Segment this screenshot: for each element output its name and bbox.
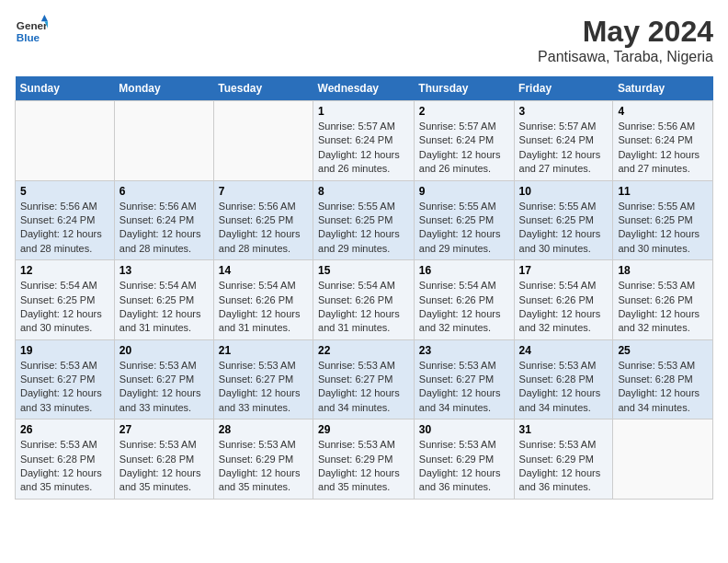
day-header-wednesday: Wednesday bbox=[313, 76, 415, 101]
cell-info: Sunrise: 5:56 AMSunset: 6:24 PMDaylight:… bbox=[119, 201, 201, 254]
header: General Blue May 2024 Pantisawa, Taraba,… bbox=[15, 15, 713, 65]
calendar-cell: 16Sunrise: 5:54 AMSunset: 6:26 PMDayligh… bbox=[414, 260, 514, 340]
day-number: 22 bbox=[318, 344, 409, 357]
cell-info: Sunrise: 5:54 AMSunset: 6:26 PMDaylight:… bbox=[318, 280, 400, 333]
calendar-week-row: 26Sunrise: 5:53 AMSunset: 6:28 PMDayligh… bbox=[16, 419, 713, 500]
calendar-cell: 26Sunrise: 5:53 AMSunset: 6:28 PMDayligh… bbox=[16, 419, 115, 500]
day-number: 24 bbox=[519, 344, 609, 357]
page-subtitle: Pantisawa, Taraba, Nigeria bbox=[538, 49, 713, 65]
cell-info: Sunrise: 5:55 AMSunset: 6:25 PMDaylight:… bbox=[618, 201, 700, 254]
cell-info: Sunrise: 5:53 AMSunset: 6:29 PMDaylight:… bbox=[318, 439, 400, 492]
cell-info: Sunrise: 5:54 AMSunset: 6:26 PMDaylight:… bbox=[519, 280, 601, 333]
day-number: 26 bbox=[20, 423, 109, 436]
cell-info: Sunrise: 5:56 AMSunset: 6:24 PMDaylight:… bbox=[618, 121, 700, 174]
day-header-sunday: Sunday bbox=[16, 76, 115, 101]
day-number: 18 bbox=[618, 264, 708, 277]
day-number: 15 bbox=[318, 264, 409, 277]
svg-marker-2 bbox=[41, 15, 48, 21]
cell-info: Sunrise: 5:53 AMSunset: 6:27 PMDaylight:… bbox=[219, 360, 301, 413]
day-header-friday: Friday bbox=[514, 76, 613, 101]
cell-info: Sunrise: 5:53 AMSunset: 6:26 PMDaylight:… bbox=[618, 280, 700, 333]
calendar-cell: 20Sunrise: 5:53 AMSunset: 6:27 PMDayligh… bbox=[114, 339, 213, 419]
calendar-week-row: 1Sunrise: 5:57 AMSunset: 6:24 PMDaylight… bbox=[16, 101, 713, 181]
calendar-cell: 24Sunrise: 5:53 AMSunset: 6:28 PMDayligh… bbox=[514, 339, 613, 419]
cell-info: Sunrise: 5:55 AMSunset: 6:25 PMDaylight:… bbox=[519, 201, 601, 254]
calendar-cell: 15Sunrise: 5:54 AMSunset: 6:26 PMDayligh… bbox=[313, 260, 415, 340]
cell-info: Sunrise: 5:53 AMSunset: 6:27 PMDaylight:… bbox=[419, 360, 501, 413]
day-number: 3 bbox=[519, 105, 609, 118]
day-header-saturday: Saturday bbox=[613, 76, 713, 101]
calendar-cell: 14Sunrise: 5:54 AMSunset: 6:26 PMDayligh… bbox=[213, 260, 313, 340]
calendar-cell: 17Sunrise: 5:54 AMSunset: 6:26 PMDayligh… bbox=[514, 260, 613, 340]
calendar-cell: 25Sunrise: 5:53 AMSunset: 6:28 PMDayligh… bbox=[613, 339, 713, 419]
cell-info: Sunrise: 5:57 AMSunset: 6:24 PMDaylight:… bbox=[519, 121, 601, 174]
calendar-cell: 7Sunrise: 5:56 AMSunset: 6:25 PMDaylight… bbox=[213, 180, 313, 260]
cell-info: Sunrise: 5:53 AMSunset: 6:29 PMDaylight:… bbox=[419, 439, 501, 492]
calendar-cell: 19Sunrise: 5:53 AMSunset: 6:27 PMDayligh… bbox=[16, 339, 115, 419]
cell-info: Sunrise: 5:53 AMSunset: 6:28 PMDaylight:… bbox=[519, 360, 601, 413]
calendar-cell bbox=[213, 101, 313, 181]
cell-info: Sunrise: 5:53 AMSunset: 6:27 PMDaylight:… bbox=[318, 360, 400, 413]
day-number: 11 bbox=[618, 185, 708, 198]
day-number: 16 bbox=[419, 264, 509, 277]
cell-info: Sunrise: 5:54 AMSunset: 6:26 PMDaylight:… bbox=[419, 280, 501, 333]
cell-info: Sunrise: 5:53 AMSunset: 6:28 PMDaylight:… bbox=[20, 439, 102, 492]
calendar-cell: 4Sunrise: 5:56 AMSunset: 6:24 PMDaylight… bbox=[613, 101, 713, 181]
cell-info: Sunrise: 5:56 AMSunset: 6:25 PMDaylight:… bbox=[219, 201, 301, 254]
calendar-cell: 2Sunrise: 5:57 AMSunset: 6:24 PMDaylight… bbox=[414, 101, 514, 181]
day-number: 29 bbox=[318, 423, 409, 436]
cell-info: Sunrise: 5:55 AMSunset: 6:25 PMDaylight:… bbox=[318, 201, 400, 254]
cell-info: Sunrise: 5:55 AMSunset: 6:25 PMDaylight:… bbox=[419, 201, 501, 254]
logo: General Blue bbox=[15, 15, 48, 48]
day-number: 25 bbox=[618, 344, 708, 357]
cell-info: Sunrise: 5:54 AMSunset: 6:25 PMDaylight:… bbox=[20, 280, 102, 333]
title-area: May 2024 Pantisawa, Taraba, Nigeria bbox=[538, 15, 713, 65]
calendar-cell: 31Sunrise: 5:53 AMSunset: 6:29 PMDayligh… bbox=[514, 419, 613, 500]
day-number: 28 bbox=[219, 423, 308, 436]
day-number: 30 bbox=[419, 423, 509, 436]
calendar-cell: 22Sunrise: 5:53 AMSunset: 6:27 PMDayligh… bbox=[313, 339, 415, 419]
calendar-cell: 12Sunrise: 5:54 AMSunset: 6:25 PMDayligh… bbox=[16, 260, 115, 340]
svg-text:Blue: Blue bbox=[17, 31, 40, 43]
calendar-cell: 18Sunrise: 5:53 AMSunset: 6:26 PMDayligh… bbox=[613, 260, 713, 340]
calendar-cell: 13Sunrise: 5:54 AMSunset: 6:25 PMDayligh… bbox=[114, 260, 213, 340]
day-number: 8 bbox=[318, 185, 409, 198]
calendar-cell: 23Sunrise: 5:53 AMSunset: 6:27 PMDayligh… bbox=[414, 339, 514, 419]
calendar-cell bbox=[114, 101, 213, 181]
day-number: 19 bbox=[20, 344, 109, 357]
calendar-cell: 1Sunrise: 5:57 AMSunset: 6:24 PMDaylight… bbox=[313, 101, 415, 181]
logo-icon: General Blue bbox=[15, 15, 48, 48]
day-number: 13 bbox=[119, 264, 209, 277]
day-header-thursday: Thursday bbox=[414, 76, 514, 101]
calendar-body: 1Sunrise: 5:57 AMSunset: 6:24 PMDaylight… bbox=[16, 101, 713, 500]
calendar-cell: 28Sunrise: 5:53 AMSunset: 6:29 PMDayligh… bbox=[213, 419, 313, 500]
day-number: 9 bbox=[419, 185, 509, 198]
calendar-week-row: 5Sunrise: 5:56 AMSunset: 6:24 PMDaylight… bbox=[16, 180, 713, 260]
day-number: 17 bbox=[519, 264, 609, 277]
calendar-cell: 5Sunrise: 5:56 AMSunset: 6:24 PMDaylight… bbox=[16, 180, 115, 260]
day-number: 20 bbox=[119, 344, 209, 357]
day-number: 23 bbox=[419, 344, 509, 357]
cell-info: Sunrise: 5:53 AMSunset: 6:27 PMDaylight:… bbox=[20, 360, 102, 413]
day-number: 27 bbox=[119, 423, 209, 436]
day-number: 1 bbox=[318, 105, 409, 118]
day-number: 6 bbox=[119, 185, 209, 198]
calendar-cell: 29Sunrise: 5:53 AMSunset: 6:29 PMDayligh… bbox=[313, 419, 415, 500]
day-number: 21 bbox=[219, 344, 308, 357]
calendar-cell: 11Sunrise: 5:55 AMSunset: 6:25 PMDayligh… bbox=[613, 180, 713, 260]
calendar-table: SundayMondayTuesdayWednesdayThursdayFrid… bbox=[15, 76, 713, 500]
cell-info: Sunrise: 5:56 AMSunset: 6:24 PMDaylight:… bbox=[20, 201, 102, 254]
calendar-cell bbox=[613, 419, 713, 500]
cell-info: Sunrise: 5:53 AMSunset: 6:27 PMDaylight:… bbox=[119, 360, 201, 413]
calendar-cell: 8Sunrise: 5:55 AMSunset: 6:25 PMDaylight… bbox=[313, 180, 415, 260]
day-number: 10 bbox=[519, 185, 609, 198]
page-title: May 2024 bbox=[538, 15, 713, 49]
calendar-header-row: SundayMondayTuesdayWednesdayThursdayFrid… bbox=[16, 76, 713, 101]
calendar-week-row: 12Sunrise: 5:54 AMSunset: 6:25 PMDayligh… bbox=[16, 260, 713, 340]
cell-info: Sunrise: 5:54 AMSunset: 6:26 PMDaylight:… bbox=[219, 280, 301, 333]
day-number: 2 bbox=[419, 105, 509, 118]
cell-info: Sunrise: 5:53 AMSunset: 6:28 PMDaylight:… bbox=[119, 439, 201, 492]
day-number: 4 bbox=[618, 105, 708, 118]
calendar-cell: 21Sunrise: 5:53 AMSunset: 6:27 PMDayligh… bbox=[213, 339, 313, 419]
calendar-cell: 6Sunrise: 5:56 AMSunset: 6:24 PMDaylight… bbox=[114, 180, 213, 260]
